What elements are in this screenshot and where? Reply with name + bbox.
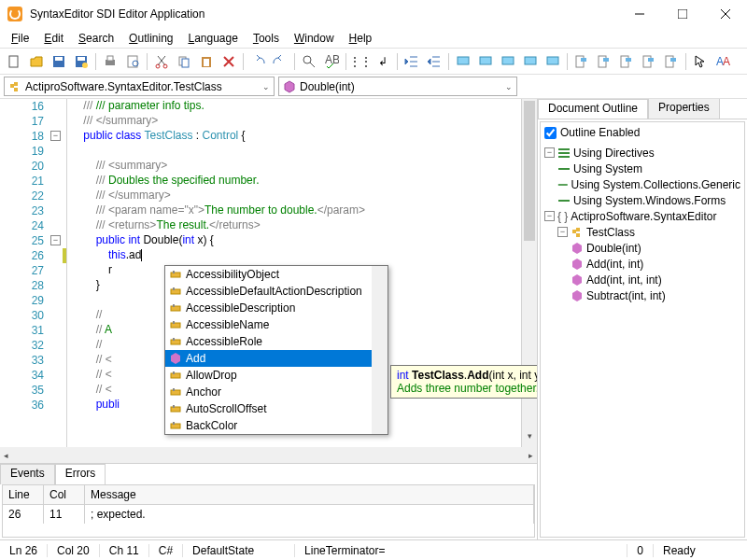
tab-errors[interactable]: Errors (55, 464, 106, 484)
indent-in-icon[interactable] (424, 51, 444, 72)
find-icon[interactable] (299, 51, 319, 72)
bm4-icon[interactable] (639, 51, 659, 72)
menu-outlining[interactable]: Outlining (121, 30, 180, 47)
tree-node[interactable]: −{ }ActiproSoftware.SyntaxEditor (544, 208, 740, 224)
tree-node[interactable]: Using System.Collections.Generic (544, 176, 740, 192)
svg-rect-69 (576, 233, 580, 237)
menu-language[interactable]: Language (180, 30, 245, 47)
property-icon (169, 318, 182, 331)
bm5-icon[interactable] (661, 51, 682, 72)
preview-icon[interactable] (122, 51, 143, 72)
ws-icon[interactable]: ⋮⋮ (350, 51, 371, 72)
menu-file[interactable]: File (4, 30, 36, 47)
tree-node[interactable]: Add(int, int) (544, 256, 740, 272)
autocomplete-item[interactable]: AccessibleName (165, 316, 388, 333)
status-col: Col 20 (48, 544, 100, 557)
svg-rect-45 (171, 289, 180, 294)
menu-tools[interactable]: Tools (246, 30, 287, 47)
autocomplete-item[interactable]: Anchor (165, 384, 388, 400)
paste-icon[interactable] (196, 51, 217, 72)
autocomplete-item[interactable]: BackColor (165, 417, 388, 434)
undo-icon[interactable] (247, 51, 268, 72)
tree-node[interactable]: Subtract(int, int) (544, 287, 740, 303)
menu-help[interactable]: Help (342, 30, 380, 47)
tab-events[interactable]: Events (0, 464, 55, 484)
font-icon[interactable]: AA (712, 51, 733, 72)
class-combo[interactable]: ActiproSoftware.SyntaxEditor.TestClass ⌄ (4, 77, 275, 96)
col-col[interactable]: Col (44, 485, 85, 504)
member-combo[interactable]: Double(int) ⌄ (278, 77, 517, 96)
tree-node[interactable]: Double(int) (544, 240, 740, 256)
tree-node[interactable]: −TestClass (544, 224, 740, 240)
col-line[interactable]: Line (3, 485, 44, 504)
autocomplete-scrollbar[interactable] (372, 266, 388, 434)
outline-tree: −Using Directives Using System Using Sys… (544, 145, 740, 303)
autocomplete-item[interactable]: AutoScrollOffset (165, 400, 388, 417)
autocomplete-item[interactable]: AccessibleDefaultActionDescription (165, 283, 388, 300)
svg-rect-27 (547, 57, 558, 64)
open-icon[interactable] (26, 51, 47, 72)
comment4-icon[interactable] (520, 51, 541, 72)
status-lang: C# (149, 544, 183, 557)
titlebar: SyntaxEditor SDI Editor Application (0, 0, 747, 28)
tree-node[interactable]: Using System (544, 161, 740, 176)
col-message[interactable]: Message (85, 485, 534, 504)
app-icon (7, 7, 22, 21)
svg-rect-46 (173, 287, 175, 290)
comment-icon[interactable] (453, 51, 473, 72)
copy-icon[interactable] (174, 51, 194, 72)
saveas-icon[interactable] (71, 51, 92, 72)
svg-rect-37 (670, 58, 676, 62)
bm1-icon[interactable] (571, 51, 592, 72)
outline-enabled-checkbox[interactable]: Outline Enabled (544, 126, 740, 139)
code-editor[interactable]: 16 17 18− 19 20 21 22 23 24 25− 26 27 28… (0, 99, 537, 447)
save-icon[interactable] (49, 51, 69, 72)
tree-node[interactable]: −Using Directives (544, 145, 740, 161)
error-row[interactable]: 26 11 ; expected. (3, 505, 534, 524)
svg-text:A: A (723, 55, 730, 68)
toolbar: ABC ⋮⋮ ↲ AA (0, 49, 747, 75)
menu-edit[interactable]: Edit (36, 30, 71, 47)
cursor-icon[interactable] (690, 51, 711, 72)
bm2-icon[interactable] (594, 51, 614, 72)
indent-out-icon[interactable] (402, 51, 422, 72)
menu-search[interactable]: Search (71, 30, 121, 47)
cut-icon[interactable] (151, 51, 172, 72)
autocomplete-item[interactable]: AccessibleDescription (165, 300, 388, 316)
comment3-icon[interactable] (498, 51, 518, 72)
minimize-button[interactable] (618, 0, 661, 28)
status-state: DefaultState (183, 544, 295, 557)
print-icon[interactable] (100, 51, 120, 72)
tab-properties[interactable]: Properties (648, 99, 720, 119)
status-ch: Ch 11 (100, 544, 149, 557)
redo-icon[interactable] (270, 51, 290, 72)
menu-window[interactable]: Window (287, 30, 342, 47)
svg-rect-60 (173, 422, 175, 425)
tree-node[interactable]: Using System.Windows.Forms (544, 192, 740, 208)
bm3-icon[interactable] (616, 51, 637, 72)
svg-rect-58 (173, 405, 175, 408)
comment5-icon[interactable] (543, 51, 563, 72)
svg-rect-8 (78, 57, 85, 61)
autocomplete-item[interactable]: AccessibleRole (165, 333, 388, 350)
class-combo-label: ActiproSoftware.SyntaxEditor.TestClass (25, 80, 222, 93)
tab-document-outline[interactable]: Document Outline (538, 99, 648, 119)
svg-rect-25 (502, 57, 514, 64)
spellcheck-icon[interactable]: ABC (321, 51, 342, 72)
svg-rect-51 (171, 340, 180, 344)
autocomplete-item[interactable]: AccessibilityObject (165, 266, 388, 283)
comment2-icon[interactable] (475, 51, 496, 72)
autocomplete-item[interactable]: Add (165, 350, 388, 367)
tree-node[interactable]: Add(int, int, int) (544, 272, 740, 287)
autocomplete-item[interactable]: AllowDrop (165, 367, 388, 384)
property-icon (169, 419, 182, 432)
close-button[interactable] (704, 0, 747, 28)
wrap-icon[interactable]: ↲ (373, 51, 393, 72)
delete-icon[interactable] (218, 51, 239, 72)
svg-rect-56 (173, 388, 175, 391)
maximize-button[interactable] (661, 0, 704, 28)
svg-rect-17 (182, 59, 189, 67)
svg-rect-35 (648, 58, 654, 62)
horizontal-scrollbar[interactable]: ◂▸ (0, 447, 537, 463)
new-icon[interactable] (4, 51, 24, 72)
